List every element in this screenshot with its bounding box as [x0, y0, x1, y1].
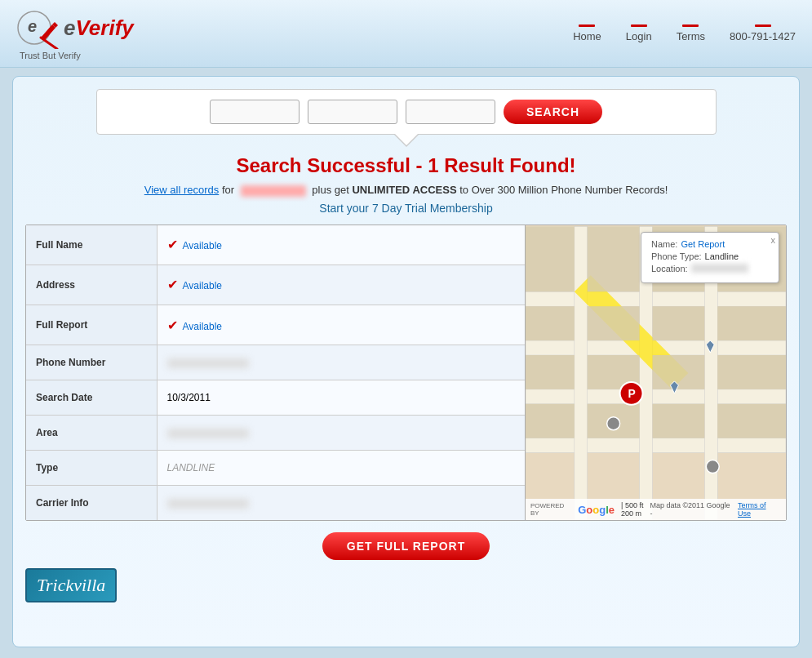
logo-e: e	[64, 16, 75, 40]
popup-location-value	[691, 264, 748, 273]
main-nav: Home Login Terms 800-791-1427	[573, 24, 796, 42]
nav-login-label: Login	[626, 30, 652, 42]
table-cell-label: Address	[26, 265, 157, 305]
search-input-2[interactable]	[308, 100, 397, 124]
logo-text: eVerify	[64, 16, 134, 41]
available-link[interactable]: Available	[183, 240, 222, 251]
popup-name-row: Name: Get Report	[651, 239, 769, 249]
header: e eVerify Trust But Verify Home Login Te…	[0, 0, 812, 68]
table-cell-value: ✔Available	[157, 265, 525, 305]
table-cell-value: ✔Available	[157, 305, 525, 345]
terms-dash	[682, 24, 699, 27]
get-full-report-button[interactable]: GET FULL REPORT	[322, 532, 490, 560]
popup-phone-type-row: Phone Type: Landline	[651, 251, 769, 261]
search-input-1[interactable]	[210, 100, 300, 124]
landline-value: LANDLINE	[167, 462, 215, 473]
table-cell-label: Carrier Info	[26, 486, 157, 520]
svg-rect-13	[588, 226, 640, 291]
table-cell-label: Phone Number	[26, 345, 157, 380]
svg-text:P: P	[628, 386, 636, 399]
popup-phone-type-value: Landline	[705, 251, 739, 261]
search-button[interactable]: SEARCH	[504, 100, 602, 124]
popup-phone-type-label: Phone Type:	[651, 251, 702, 261]
svg-rect-16	[526, 306, 575, 340]
copyright-text: Map data ©2011 Google -	[650, 501, 734, 518]
table-cell-label: Full Report	[26, 305, 157, 345]
table-row: Carrier Info	[26, 486, 525, 520]
table-cell-value: 10/3/2011	[157, 380, 525, 416]
popup-location-label: Location:	[651, 264, 688, 273]
table-cell-value	[157, 416, 525, 451]
svg-rect-27	[717, 403, 786, 438]
svg-rect-19	[717, 306, 786, 340]
results-area: Full Name✔AvailableAddress✔AvailableFull…	[25, 225, 787, 522]
svg-rect-12	[526, 226, 575, 291]
blurred-phone	[241, 185, 306, 197]
svg-rect-23	[717, 355, 786, 389]
unlimited-text: UNLIMITED ACCESS	[352, 184, 456, 196]
popup-location-row: Location:	[651, 264, 769, 273]
logo-area: e eVerify Trust But Verify	[16, 7, 134, 60]
map-popup: x Name: Get Report Phone Type: Landline …	[641, 232, 779, 283]
nav-home[interactable]: Home	[573, 24, 601, 42]
google-attribution: POWERED BY Google | 500 ft 200 m Map dat…	[526, 499, 786, 520]
blurred-value	[167, 358, 249, 368]
table-cell-value	[157, 345, 525, 380]
available-link[interactable]: Available	[183, 321, 222, 332]
table-row: TypeLANDLINE	[26, 451, 525, 486]
table-row: Search Date10/3/2011	[26, 380, 525, 416]
result-header: Search Successful - 1 Result Found! View…	[25, 154, 787, 215]
table-cell-label: Area	[26, 416, 157, 451]
svg-rect-22	[653, 355, 705, 389]
blurred-value	[167, 429, 249, 438]
check-icon: ✔	[167, 278, 178, 291]
scale-label: | 500 ft 200 m	[621, 501, 643, 518]
get-report-area: GET FULL REPORT	[25, 532, 787, 560]
table-row: Phone Number	[26, 345, 525, 380]
subtitle-text: plus get	[312, 184, 349, 196]
login-dash	[631, 24, 647, 27]
nav-home-label: Home	[573, 30, 601, 42]
svg-rect-8	[575, 226, 588, 519]
footer-logo-area: Trickvilla	[25, 568, 787, 602]
svg-rect-18	[653, 306, 705, 340]
nav-terms[interactable]: Terms	[677, 24, 705, 42]
trial-text: Start your 7 Day Trial Membership	[25, 202, 787, 215]
phone-dash	[755, 24, 771, 27]
search-bar: SEARCH	[96, 89, 717, 135]
results-table: Full Name✔AvailableAddress✔AvailableFull…	[26, 225, 525, 521]
svg-point-32	[607, 416, 620, 429]
logo-icon: e	[16, 7, 60, 49]
table-cell-label: Type	[26, 451, 157, 486]
svg-point-33	[706, 460, 719, 473]
powered-by-label: POWERED BY	[530, 502, 575, 517]
svg-rect-26	[653, 403, 705, 438]
subtitle-text2: to Over 300 Million Phone Number Records…	[459, 184, 668, 196]
blurred-value	[167, 499, 249, 509]
nav-phone: 800-791-1427	[730, 24, 796, 42]
view-all-link[interactable]: View all records	[144, 184, 220, 196]
logo-verify: Verify	[75, 16, 133, 40]
terms-of-use-link[interactable]: Terms of Use	[738, 501, 781, 518]
svg-rect-7	[526, 438, 786, 452]
svg-rect-4	[526, 291, 786, 306]
popup-close-button[interactable]: x	[771, 235, 776, 245]
table-cell-value: LANDLINE	[157, 451, 525, 486]
nav-login[interactable]: Login	[626, 24, 652, 42]
main-content: SEARCH Search Successful - 1 Result Foun…	[12, 76, 800, 647]
popup-name-value[interactable]: Get Report	[681, 239, 725, 249]
map-container: P x Name: Get Report Phone Type: Landlin…	[525, 225, 786, 521]
google-logo: Google	[578, 504, 615, 516]
search-input-3[interactable]	[406, 100, 495, 124]
table-row: Address✔Available	[26, 265, 525, 305]
home-dash	[579, 24, 595, 27]
tagline: Trust But Verify	[20, 51, 134, 60]
table-cell-value	[157, 486, 525, 520]
table-cell-label: Search Date	[26, 380, 157, 416]
result-title: Search Successful - 1 Result Found!	[25, 154, 787, 177]
nav-phone-label: 800-791-1427	[730, 30, 796, 42]
table-row: Full Name✔Available	[26, 225, 525, 265]
table-row: Full Report✔Available	[26, 305, 525, 345]
available-link[interactable]: Available	[183, 280, 222, 291]
svg-rect-20	[526, 355, 575, 389]
